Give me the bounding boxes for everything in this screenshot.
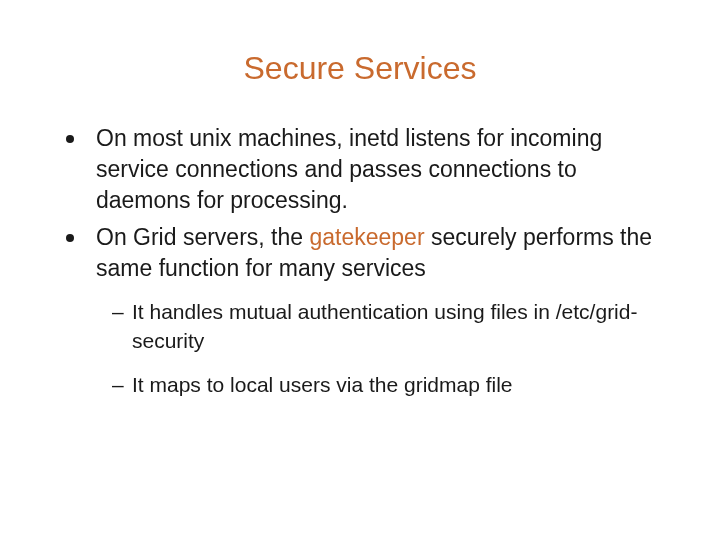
main-bullet-list: On most unix machines, inetd listens for… (50, 123, 670, 284)
bullet-text: On most unix machines, inetd listens for… (96, 125, 602, 213)
bullet-item: On Grid servers, the gatekeeper securely… (66, 222, 670, 284)
bullet-text-prefix: On Grid servers, the (96, 224, 309, 250)
sub-item-text: It handles mutual authentication using f… (132, 300, 637, 351)
bullet-item: On most unix machines, inetd listens for… (66, 123, 670, 216)
slide-title: Secure Services (50, 50, 670, 87)
sub-item: It handles mutual authentication using f… (112, 298, 670, 355)
sub-bullet-list: It handles mutual authentication using f… (50, 298, 670, 399)
sub-item: It maps to local users via the gridmap f… (112, 371, 670, 399)
sub-item-text: It maps to local users via the gridmap f… (132, 373, 513, 396)
highlight-term: gatekeeper (309, 224, 424, 250)
